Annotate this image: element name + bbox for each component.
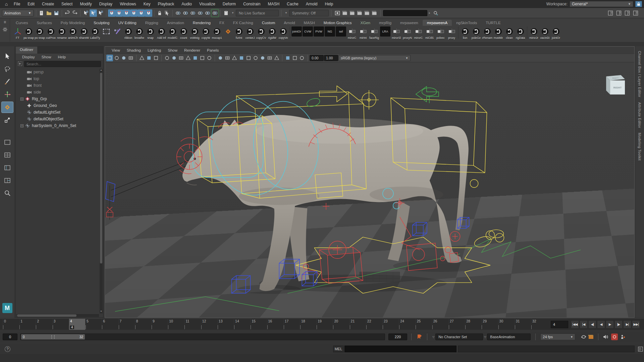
shelf-button-zrenam[interactable]: zRenam xyxy=(482,26,493,41)
menu-display[interactable]: Display xyxy=(96,0,116,8)
shelf-button-breathe[interactable]: breathe xyxy=(134,26,145,41)
workspace-selector[interactable]: General* ▼ xyxy=(570,1,633,7)
grease-pencil-icon[interactable] xyxy=(153,55,159,61)
x-ray-icon[interactable] xyxy=(291,55,298,61)
safe-action-icon[interactable] xyxy=(199,55,206,61)
right-tab-channel-box-layer-editor[interactable]: Channel Box / Layer Editor xyxy=(638,51,642,98)
snap-to-point-icon[interactable] xyxy=(123,9,130,17)
shelf-tab-mash[interactable]: MASH xyxy=(300,20,319,26)
shelf-button-snap[interactable]: snap xyxy=(145,26,156,41)
shelf-button-mocap1[interactable]: mocap1 xyxy=(211,26,222,41)
gear-icon[interactable] xyxy=(3,27,7,33)
timeline-frame-20[interactable]: 20 xyxy=(333,319,349,330)
single-pane-layout-icon[interactable] xyxy=(2,137,13,147)
character-key-icon[interactable] xyxy=(619,333,627,341)
attribute-editor-toggle-icon[interactable] xyxy=(615,9,623,17)
timeline-frame-6[interactable]: 6 xyxy=(102,319,118,330)
shelf-tab-poly-modeling[interactable]: Poly Modeling xyxy=(56,20,89,26)
shelf-button-proxyn[interactable]: proxyN xyxy=(402,26,413,41)
timeline-frame-30[interactable]: 30 xyxy=(498,319,515,330)
shelf-button-rigdata[interactable]: rigData xyxy=(515,26,526,41)
shelf-tab-rigging[interactable]: Rigging xyxy=(141,20,163,26)
menu-arnold[interactable]: Arnold xyxy=(302,0,321,8)
menu-windows[interactable]: Windows xyxy=(116,0,140,8)
menu-file[interactable]: File xyxy=(10,0,24,8)
shelf-tab-ngskintools[interactable]: ngSkinTools xyxy=(452,20,481,26)
output-operations-icon[interactable] xyxy=(204,9,211,17)
motion-blur-icon[interactable] xyxy=(259,55,266,61)
isolate-select-icon[interactable] xyxy=(284,55,291,61)
output-connections-icon[interactable] xyxy=(182,9,189,17)
timeline-frame-12[interactable]: 12 xyxy=(201,319,217,330)
bookmarks-icon[interactable] xyxy=(127,55,134,61)
shelf-button-rename[interactable]: rename xyxy=(56,26,67,41)
shelf-button-copycv[interactable]: copyCV xyxy=(256,26,267,41)
timeline-frame-10[interactable]: 10 xyxy=(168,319,184,330)
shelf-tab-rendering[interactable]: Rendering xyxy=(189,20,215,26)
render-view-icon[interactable] xyxy=(334,9,341,17)
select-by-component-icon[interactable] xyxy=(97,9,104,17)
shelf-button-pvw[interactable]: PVW xyxy=(313,26,324,41)
zoom-tool-icon[interactable] xyxy=(2,188,13,198)
shelf-button-sel[interactable]: sel xyxy=(335,26,346,41)
range-slider-track[interactable]: 0 32 xyxy=(20,334,385,340)
shelf-button-vacindi[interactable]: vacinDi xyxy=(539,26,550,41)
lock-selection-icon[interactable] xyxy=(156,9,163,17)
go-to-start-button[interactable]: |◀◀ xyxy=(571,320,579,328)
shelf-button-polege[interactable]: poleGe xyxy=(471,26,482,41)
menu-help[interactable]: Help xyxy=(321,0,337,8)
grid-icon[interactable] xyxy=(164,55,170,61)
command-input[interactable] xyxy=(344,346,457,352)
shelf-button-animch[interactable]: animCh xyxy=(67,26,78,41)
step-forward-one-frame-button[interactable]: |▶ xyxy=(614,320,623,328)
open-scene-icon[interactable] xyxy=(45,9,53,17)
shelf-button-ng[interactable]: NG xyxy=(324,26,335,41)
menu-select[interactable]: Select xyxy=(58,0,76,8)
timeline-frame-18[interactable]: 18 xyxy=(300,319,316,330)
snap-to-view-plane-icon[interactable] xyxy=(138,9,145,17)
step-forward-one-key-button[interactable]: ▶| xyxy=(623,320,631,328)
timeline-frame-13[interactable]: 13 xyxy=(217,319,234,330)
character-set-selector[interactable]: No Character Set xyxy=(435,334,483,340)
eye-target-control[interactable] xyxy=(106,160,190,220)
filter-icon[interactable] xyxy=(18,61,22,67)
shelf-button-marquee-8[interactable] xyxy=(101,26,112,41)
symmetry-field[interactable]: Symmetry: Off xyxy=(289,10,329,16)
depth-of-field-icon[interactable] xyxy=(273,55,280,61)
scroll-down-icon[interactable]: ▼ xyxy=(100,310,103,313)
select-camera-icon[interactable] xyxy=(106,55,113,61)
outliner-menu-display[interactable]: Display xyxy=(19,55,38,59)
gamma-field[interactable]: 1.00 xyxy=(324,55,338,61)
viewport-menu-renderer[interactable]: Renderer xyxy=(181,48,204,52)
shelf-tab-custom[interactable]: Custom xyxy=(258,20,280,26)
scroll-up-icon[interactable]: ▲ xyxy=(100,69,103,72)
redo-icon[interactable] xyxy=(71,9,78,17)
shelf-button-sharew[interactable]: shareW xyxy=(78,26,90,41)
selected-connection-icon[interactable] xyxy=(211,9,219,17)
shelf-button-polvec[interactable]: polvec xyxy=(435,26,446,41)
snap-to-grid-icon[interactable] xyxy=(108,9,115,17)
paint-select-tool-icon[interactable] xyxy=(2,76,13,87)
playback-range-bar[interactable]: 0 32 xyxy=(21,334,85,340)
render-current-frame-icon[interactable] xyxy=(341,9,348,17)
use-all-lights-icon[interactable] xyxy=(238,55,245,61)
menu-edit[interactable]: Edit xyxy=(24,0,38,8)
play-forwards-button[interactable]: ▶ xyxy=(606,320,614,328)
shelf-tab-fx[interactable]: FX xyxy=(215,20,229,26)
animation-start-field[interactable]: 0 xyxy=(3,334,17,340)
workspace-panel-toggle-icon[interactable] xyxy=(632,9,639,17)
menu-cache[interactable]: Cache xyxy=(283,0,302,8)
shelf-button-rigidw[interactable]: rigidW xyxy=(267,26,278,41)
snap-to-projected-center-icon[interactable] xyxy=(130,9,138,17)
auto-keyframe-toggle[interactable] xyxy=(611,334,618,340)
shelf-button-mirorc[interactable]: mirorC xyxy=(413,26,424,41)
timeline-frame-7[interactable]: 7 xyxy=(118,319,135,330)
expand-icon[interactable]: + xyxy=(20,124,23,127)
go-to-end-button[interactable]: ▶▶| xyxy=(632,320,640,328)
channel-box-toggle-icon[interactable] xyxy=(607,9,614,17)
highlight-selection-icon[interactable] xyxy=(163,9,171,17)
outliner-horizontal-scrollbar[interactable] xyxy=(16,314,99,317)
current-manipulator-tool-icon[interactable] xyxy=(2,102,13,113)
input-operations-icon[interactable] xyxy=(197,9,204,17)
tool-settings-toggle-icon[interactable] xyxy=(624,9,631,17)
